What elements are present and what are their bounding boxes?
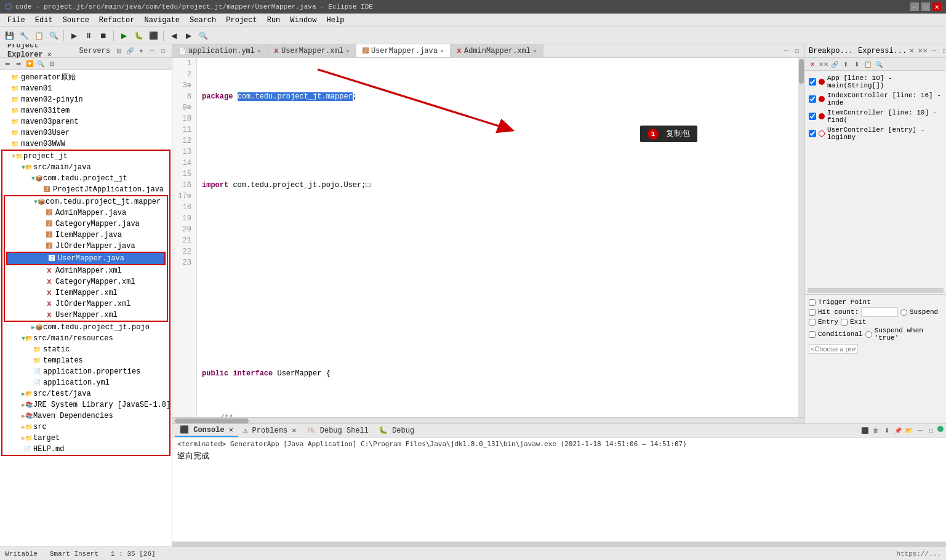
tree-item-jtordermapper-xml[interactable]: 𝗫 JtOrderMapper.xml	[5, 298, 167, 310]
tab-close-icon[interactable]: ✕	[346, 47, 350, 55]
tree-item-project-jt[interactable]: ▼📁 project_jt	[2, 151, 169, 162]
tab-adminmapper-xml[interactable]: 𝗫 AdminMapper.xml ✕	[451, 44, 543, 58]
toolbar-btn-4[interactable]: 🔍	[47, 29, 60, 42]
menu-run[interactable]: Run	[262, 15, 286, 26]
tree-item-src[interactable]: ▶📁 src	[2, 422, 169, 433]
hit-count-checkbox[interactable]	[809, 309, 816, 316]
tab-usermapper-xml[interactable]: 𝗫 UserMapper.xml ✕	[268, 44, 356, 58]
bp-toolbar-btn5[interactable]: ⬇	[852, 59, 862, 69]
search-toolbar-btn[interactable]: 🔍	[196, 29, 210, 42]
tree-item-categorymapper-xml[interactable]: 𝗫 CategoryMapper.xml	[5, 276, 167, 287]
maximize-panel-button[interactable]: □	[158, 46, 168, 56]
console-minimize-btn[interactable]: ─	[915, 426, 925, 436]
conditional-checkbox[interactable]	[809, 331, 816, 338]
bp-checkbox[interactable]	[809, 130, 816, 137]
menu-file[interactable]: File	[2, 15, 30, 26]
bp-checkbox[interactable]	[809, 78, 816, 86]
tab-servers[interactable]: Servers	[76, 46, 114, 56]
link-editor-button[interactable]: 🔗	[125, 46, 135, 56]
toolbar-btn-7[interactable]: ⏹	[97, 29, 110, 42]
tree-item-adminmapper-java[interactable]: 🅹 AdminMapper.java	[5, 207, 167, 218]
tab-problems[interactable]: ⚠ Problems ✕	[238, 425, 301, 436]
toolbar-btn-2[interactable]: 🔧	[17, 29, 31, 42]
trigger-point-checkbox[interactable]	[809, 299, 816, 306]
panel-menu-button[interactable]: ▾	[136, 46, 146, 56]
tree-item-projectjtapp[interactable]: 🅹 ProjectJtApplication.java	[2, 184, 169, 195]
tab-debug-shell[interactable]: 🐚 Debug Shell	[302, 425, 374, 436]
toolbar-btn-prev[interactable]: ◀	[167, 29, 180, 42]
tab-close-icon[interactable]: ✕	[533, 47, 537, 55]
scrollbar-thumb[interactable]	[799, 59, 804, 84]
tree-item-generator[interactable]: 📁 generator原始	[0, 71, 172, 83]
bp-minimize-btn[interactable]: ─	[929, 46, 939, 56]
tree-item-itemmapper-java[interactable]: 🅹 ItemMapper.java	[5, 230, 167, 241]
console-scroll-btn[interactable]: ⬇	[882, 426, 892, 436]
code-content[interactable]: package com.tedu.project_jt.mapper; impo…	[197, 58, 804, 417]
tab-console[interactable]: ⬛ Console ✕	[175, 424, 238, 437]
hit-count-input[interactable]	[861, 307, 898, 317]
tree-item-pojo-package[interactable]: ▶📦 com.tedu.project_jt.pojo	[2, 322, 169, 333]
tree-item-usermapper-java[interactable]: 🅹 UserMapper.java	[7, 253, 164, 264]
console-hscrollbar[interactable]	[172, 542, 946, 546]
console-pin-btn[interactable]: 📌	[893, 426, 903, 436]
breakpoints-tab-label[interactable]: Breakpo...	[809, 47, 853, 55]
menu-refactor[interactable]: Refactor	[94, 15, 140, 26]
tree-item-maven03item[interactable]: 📁 maven03item	[0, 105, 172, 116]
tab-close-icon[interactable]: ✕	[257, 47, 261, 55]
menu-project[interactable]: Project	[221, 15, 262, 26]
expression-tab-label[interactable]: Expressi...	[858, 47, 907, 55]
tree-item-templates[interactable]: 📁 templates	[2, 355, 169, 366]
tree-item-maven02[interactable]: 📁 maven02-pinyin	[0, 94, 172, 105]
editor-maximize-btn[interactable]: □	[792, 46, 802, 56]
hscrollbar-thumb[interactable]	[175, 418, 249, 423]
editor-scrollbar[interactable]	[798, 58, 804, 417]
console-maximize-btn[interactable]: □	[926, 426, 936, 436]
tree-btn-2[interactable]: ➡	[14, 59, 23, 69]
tree-item-app-properties[interactable]: 📄 application.properties	[2, 366, 169, 377]
menu-edit[interactable]: Edit	[30, 15, 58, 26]
console-clear-btn[interactable]: 🗑	[871, 426, 881, 436]
menu-window[interactable]: Window	[285, 15, 321, 26]
toolbar-btn-6[interactable]: ⏸	[82, 29, 95, 42]
console-stop-btn[interactable]: ⬛	[860, 426, 870, 436]
tree-item-maven01[interactable]: 📁 maven01	[0, 83, 172, 94]
editor-hscrollbar[interactable]	[172, 417, 804, 423]
tab-close-icon[interactable]: ✕	[440, 47, 444, 55]
tree-btn-4[interactable]: 🔍	[36, 59, 46, 69]
bp-removeall-btn[interactable]: ✕✕	[918, 46, 928, 56]
bp-toolbar-btn3[interactable]: 🔗	[830, 59, 840, 69]
tree-item-maven03user[interactable]: 📁 maven03User	[0, 127, 172, 138]
menu-search[interactable]: Search	[185, 15, 221, 26]
tree-item-maven03www[interactable]: 📁 maven03WWW	[0, 138, 172, 150]
tree-item-target[interactable]: ▶📁 target	[2, 433, 169, 444]
suspend-radio[interactable]	[900, 309, 907, 316]
suspend-when-radio[interactable]	[865, 331, 872, 338]
console-status-dot[interactable]	[937, 426, 944, 432]
tree-item-categorymapper-java[interactable]: 🅹 CategoryMapper.java	[5, 218, 167, 230]
tree-item-jre[interactable]: ▶📚 JRE System Library [JavaSE-1.8]	[2, 399, 169, 410]
bp-item-itemcontroller[interactable]: ItemController [line: 10] - find(	[808, 108, 944, 125]
bp-toolbar-btn7[interactable]: 🔍	[874, 59, 884, 69]
tree-btn-3[interactable]: 🔽	[25, 59, 34, 69]
tree-item-app-yml[interactable]: 📄 application.yml	[2, 377, 169, 388]
close-button[interactable]: ✕	[932, 2, 941, 11]
tree-item-src-main-java[interactable]: ▼📂 src/main/java	[2, 162, 169, 173]
menu-navigate[interactable]: Navigate	[139, 15, 185, 26]
toolbar-btn-3[interactable]: 📋	[32, 29, 46, 42]
tree-item-src-test[interactable]: ▶📂 src/test/java	[2, 388, 169, 399]
bp-toolbar-btn2[interactable]: ✕✕	[819, 59, 828, 69]
collapse-all-button[interactable]: ⊟	[114, 46, 124, 56]
bp-toolbar-btn6[interactable]: 📋	[863, 59, 873, 69]
tree-item-jtordermapper-java[interactable]: 🅹 JtOrderMapper.java	[5, 241, 167, 252]
tab-usermapper-java[interactable]: 🅹 UserMapper.java ✕	[356, 44, 451, 58]
toolbar-btn-5[interactable]: ▶	[67, 29, 81, 42]
bp-item-usercontroller[interactable]: UserController [entry] - loginBy	[808, 125, 944, 142]
minimize-button[interactable]: ─	[910, 2, 919, 11]
bp-checkbox[interactable]	[809, 95, 816, 103]
bp-maximize-btn[interactable]: □	[940, 46, 946, 56]
minimize-panel-button[interactable]: ─	[147, 46, 157, 56]
toolbar-btn-1[interactable]: 💾	[2, 29, 16, 42]
tree-item-src-main-resources[interactable]: ▼📂 src/main/resources	[2, 333, 169, 344]
tree-item-com-tedu[interactable]: ▼📦 com.tedu.project_jt	[2, 173, 169, 184]
condition-input[interactable]	[809, 344, 858, 354]
